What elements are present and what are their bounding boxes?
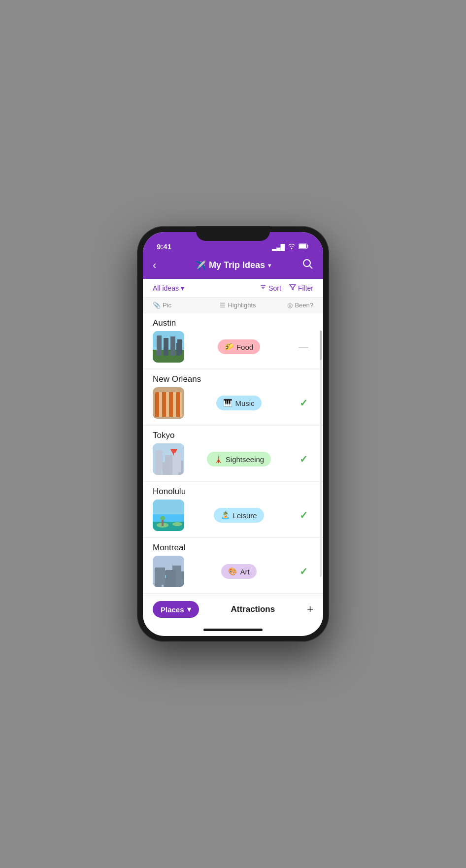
tag-emoji-new-orleans: 🎹 bbox=[223, 399, 233, 407]
sort-label: Sort bbox=[268, 284, 281, 292]
column-headers: 📎 Pic ☰ Highlights ◎ Been? bbox=[143, 298, 323, 313]
trip-row-tokyo: 🗼 Sightseeing ✓ bbox=[143, 443, 323, 481]
trip-row-new-orleans: 🎹 Music ✓ bbox=[143, 387, 323, 425]
search-button[interactable] bbox=[299, 259, 313, 272]
svg-rect-7 bbox=[164, 343, 168, 356]
trip-row-montreal: 🎨 Art ✓ bbox=[143, 556, 323, 593]
tag-food-austin: 🌮 Food bbox=[218, 339, 260, 354]
svg-rect-12 bbox=[157, 396, 164, 415]
tag-label-austin: Food bbox=[236, 343, 253, 351]
battery-icon bbox=[299, 243, 309, 251]
all-ideas-label: All ideas bbox=[153, 284, 179, 292]
title-dropdown-arrow: ▾ bbox=[268, 262, 271, 269]
places-arrow: ▾ bbox=[187, 605, 191, 614]
svg-rect-34 bbox=[164, 570, 170, 587]
svg-rect-35 bbox=[172, 566, 181, 587]
tag-emoji-austin: 🌮 bbox=[225, 342, 234, 351]
all-ideas-dropdown[interactable]: All ideas ▾ bbox=[153, 284, 184, 292]
tag-area-austin: 🌮 Food bbox=[184, 339, 294, 354]
tag-leisure-honolulu: 🏝️ Leisure bbox=[214, 508, 264, 523]
dash-icon-austin: — bbox=[299, 341, 308, 353]
svg-rect-20 bbox=[155, 458, 161, 475]
back-button[interactable]: ‹ bbox=[153, 259, 167, 272]
tag-sightseeing-tokyo: 🗼 Sightseeing bbox=[207, 452, 271, 467]
tag-label-montreal: Art bbox=[240, 568, 249, 576]
svg-rect-14 bbox=[174, 395, 181, 415]
svg-rect-21 bbox=[163, 462, 168, 475]
tag-label-honolulu: Leisure bbox=[233, 511, 257, 520]
tag-emoji-honolulu: 🏝️ bbox=[221, 511, 230, 520]
been-new-orleans: ✓ bbox=[294, 397, 313, 409]
been-label: Been? bbox=[295, 301, 313, 309]
col-highlights-header: ☰ Highlights bbox=[192, 301, 284, 309]
trip-thumb-tokyo bbox=[153, 443, 184, 475]
trip-item-montreal[interactable]: Montreal bbox=[143, 538, 323, 593]
sort-icon bbox=[260, 284, 266, 292]
trip-name-new-orleans: New Orleans bbox=[143, 369, 323, 387]
trip-name-austin: Austin bbox=[143, 313, 323, 331]
attractions-label: Attractions bbox=[199, 604, 307, 614]
notch bbox=[196, 226, 270, 241]
trip-thumb-austin bbox=[153, 331, 184, 363]
scroll-track bbox=[320, 331, 322, 577]
check-icon-tokyo: ✓ bbox=[300, 453, 308, 465]
trip-item-new-orleans[interactable]: New Orleans bbox=[143, 369, 323, 425]
been-tokyo: ✓ bbox=[294, 453, 313, 465]
svg-rect-13 bbox=[166, 397, 172, 415]
plane-icon: ✈️ bbox=[195, 260, 206, 271]
places-dropdown-button[interactable]: Places ▾ bbox=[153, 601, 199, 618]
svg-point-2 bbox=[303, 260, 310, 267]
svg-rect-18 bbox=[169, 403, 171, 406]
status-time: 9:41 bbox=[157, 242, 171, 251]
svg-point-31 bbox=[160, 516, 165, 520]
tag-area-tokyo: 🗼 Sightseeing bbox=[184, 452, 294, 467]
svg-rect-6 bbox=[157, 341, 162, 356]
tag-label-tokyo: Sightseeing bbox=[226, 455, 264, 464]
trip-name-tokyo: Tokyo bbox=[143, 426, 323, 443]
trip-name-honolulu: Honolulu bbox=[143, 482, 323, 500]
svg-rect-10 bbox=[153, 387, 184, 419]
places-label: Places bbox=[161, 605, 184, 614]
signal-icon: ▂▄█ bbox=[272, 244, 285, 251]
svg-rect-15 bbox=[158, 402, 160, 405]
trip-item-tokyo[interactable]: Tokyo 🗼 bbox=[143, 426, 323, 481]
filter-bar: All ideas ▾ Sort bbox=[143, 279, 323, 298]
svg-rect-17 bbox=[166, 403, 168, 406]
filter-right-group: Sort Filter bbox=[260, 284, 313, 292]
col-pic-header: 📎 Pic bbox=[153, 301, 192, 309]
all-ideas-arrow: ▾ bbox=[181, 284, 184, 292]
tag-label-new-orleans: Music bbox=[235, 399, 254, 407]
tag-music-new-orleans: 🎹 Music bbox=[216, 396, 261, 410]
check-icon-montreal: ✓ bbox=[300, 566, 308, 577]
trip-item-honolulu[interactable]: Honolulu bbox=[143, 482, 323, 537]
check-icon-new-orleans: ✓ bbox=[300, 397, 308, 409]
phone-frame: 9:41 ▂▄█ bbox=[137, 226, 329, 642]
tag-area-honolulu: 🏝️ Leisure bbox=[184, 508, 294, 523]
trip-item-austin[interactable]: Austin 🌮 bbox=[143, 313, 323, 368]
svg-rect-23 bbox=[178, 461, 183, 475]
svg-rect-1 bbox=[299, 244, 306, 248]
scroll-thumb bbox=[320, 331, 322, 360]
filter-icon bbox=[289, 284, 296, 292]
svg-rect-11 bbox=[155, 395, 182, 417]
trip-name-montreal: Montreal bbox=[143, 538, 323, 556]
svg-rect-39 bbox=[173, 570, 175, 573]
trip-row-honolulu: 🏝️ Leisure ✓ bbox=[143, 500, 323, 537]
status-icons: ▂▄█ bbox=[272, 243, 309, 251]
col-been-header: ◎ Been? bbox=[284, 301, 313, 309]
tag-area-montreal: 🎨 Art bbox=[184, 564, 294, 579]
check-icon-honolulu: ✓ bbox=[300, 509, 308, 521]
home-bar bbox=[203, 629, 263, 631]
add-attractions-button[interactable]: + bbox=[307, 603, 313, 616]
tag-area-new-orleans: 🎹 Music bbox=[184, 396, 294, 410]
trips-list: Austin 🌮 bbox=[143, 313, 323, 596]
trip-thumb-new-orleans bbox=[153, 387, 184, 419]
trip-thumb-montreal bbox=[153, 556, 184, 587]
tag-emoji-tokyo: 🗼 bbox=[214, 455, 223, 464]
header-title-group[interactable]: ✈️ My Trip Ideas ▾ bbox=[195, 260, 271, 271]
filter-button[interactable]: Filter bbox=[289, 284, 313, 292]
svg-rect-36 bbox=[156, 573, 158, 575]
svg-rect-26 bbox=[153, 514, 184, 522]
bottom-bar: Places ▾ Attractions + bbox=[143, 596, 323, 626]
sort-button[interactable]: Sort bbox=[260, 284, 281, 292]
